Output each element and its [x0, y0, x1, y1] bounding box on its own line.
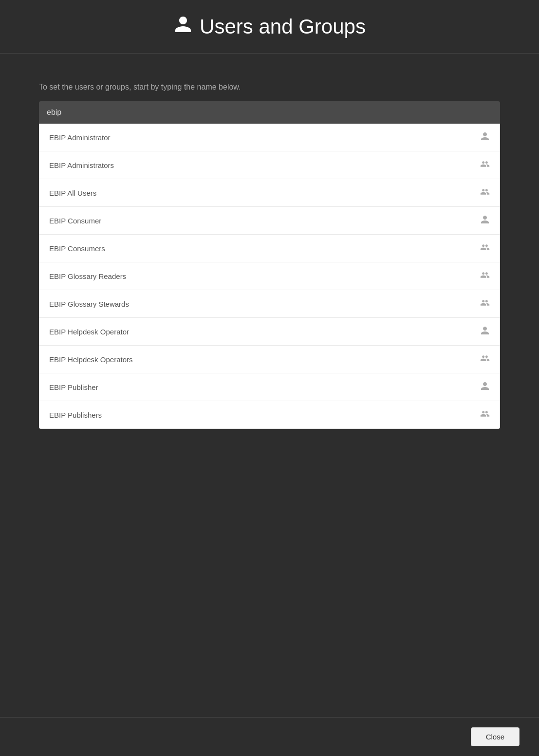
list-item[interactable]: EBIP All Users: [39, 179, 500, 207]
result-label: EBIP Helpdesk Operator: [49, 328, 129, 336]
user-icon: [480, 215, 490, 226]
result-label: EBIP Glossary Stewards: [49, 300, 129, 308]
dialog-footer: Close: [0, 717, 539, 756]
content-area: To set the users or groups, start by typ…: [0, 54, 539, 717]
result-label: EBIP Helpdesk Operators: [49, 355, 132, 364]
group-icon: [480, 270, 490, 282]
group-icon: [480, 242, 490, 254]
result-label: EBIP All Users: [49, 189, 96, 197]
list-item[interactable]: EBIP Administrators: [39, 151, 500, 179]
list-item[interactable]: EBIP Helpdesk Operators: [39, 346, 500, 373]
result-label: EBIP Consumer: [49, 217, 101, 225]
page-title: Users and Groups: [200, 15, 366, 38]
list-item[interactable]: EBIP Publisher: [39, 373, 500, 401]
list-item[interactable]: EBIP Helpdesk Operator: [39, 318, 500, 346]
group-icon: [480, 159, 490, 171]
list-item[interactable]: EBIP Publishers: [39, 401, 500, 428]
search-input[interactable]: [39, 101, 500, 124]
users-and-groups-icon: [173, 15, 193, 38]
list-item[interactable]: EBIP Glossary Stewards: [39, 290, 500, 318]
close-button[interactable]: Close: [471, 727, 520, 746]
group-icon: [480, 353, 490, 365]
result-label: EBIP Glossary Readers: [49, 272, 126, 280]
group-icon: [480, 298, 490, 310]
group-icon: [480, 409, 490, 421]
results-list: EBIP Administrator EBIP Administrators E…: [39, 124, 500, 429]
list-item[interactable]: EBIP Glossary Readers: [39, 262, 500, 290]
list-item[interactable]: EBIP Administrator: [39, 124, 500, 151]
result-label: EBIP Administrator: [49, 133, 111, 142]
result-label: EBIP Publishers: [49, 411, 102, 419]
list-item[interactable]: EBIP Consumer: [39, 207, 500, 235]
dialog-header: Users and Groups: [0, 0, 539, 54]
result-label: EBIP Administrators: [49, 161, 114, 169]
result-label: EBIP Consumers: [49, 244, 105, 253]
user-icon: [480, 326, 490, 337]
result-label: EBIP Publisher: [49, 383, 98, 391]
user-icon: [480, 381, 490, 393]
instruction-text: To set the users or groups, start by typ…: [39, 83, 500, 92]
user-icon: [480, 131, 490, 143]
group-icon: [480, 187, 490, 199]
list-item[interactable]: EBIP Consumers: [39, 235, 500, 262]
